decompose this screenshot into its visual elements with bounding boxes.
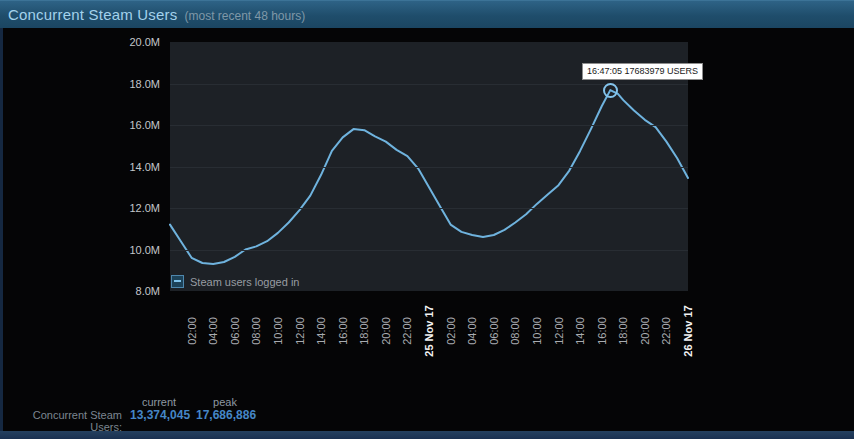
x-axis-tick-label: 14:00 (573, 296, 587, 366)
x-axis-tick-label: 08:00 (508, 296, 522, 366)
y-axis-tick-label: 18.0M (98, 77, 160, 91)
y-axis-tick-label: 20.0M (98, 35, 160, 49)
page-title: Concurrent Steam Users (8, 6, 177, 23)
y-axis-tick-label: 14.0M (98, 160, 160, 174)
x-axis-tick-label: 04:00 (465, 296, 479, 366)
panel-header: Concurrent Steam Users (most recent 48 h… (0, 0, 854, 28)
x-axis-tick-label: 16:00 (336, 296, 350, 366)
stats-value-row: Concurrent Steam Users: 13,374,045 17,68… (0, 408, 400, 433)
x-axis-tick-label: 14:00 (314, 296, 328, 366)
legend-label: Steam users logged in (190, 276, 299, 288)
y-axis-tick-label: 12.0M (98, 201, 160, 215)
steam-stats-panel: Concurrent Steam Users (most recent 48 h… (0, 0, 854, 439)
current-users-value: 13,374,045 (130, 408, 188, 422)
left-edge-border (0, 27, 3, 439)
gridline (170, 167, 688, 168)
gridline (170, 250, 688, 251)
gridline (170, 125, 688, 126)
x-axis-date-label: 25 Nov 17 (422, 296, 436, 366)
stats-header-row: current peak (0, 396, 400, 408)
x-axis-tick-label: 10:00 (271, 296, 285, 366)
x-axis-tick-label: 20:00 (379, 296, 393, 366)
stats-table: current peak Concurrent Steam Users: 13,… (0, 396, 400, 433)
page-subtitle: (most recent 48 hours) (184, 7, 305, 23)
gridline (170, 208, 688, 209)
x-axis-tick-label: 20:00 (638, 296, 652, 366)
stats-row-label: Concurrent Steam Users: (0, 409, 122, 433)
x-axis-tick-label: 06:00 (228, 296, 242, 366)
legend: Steam users logged in (171, 275, 299, 288)
x-axis-tick-label: 12:00 (552, 296, 566, 366)
stats-col-current: current (130, 396, 188, 408)
x-axis-tick-label: 18:00 (616, 296, 630, 366)
chart-tooltip: 16:47:05 17683979 USERS (582, 63, 703, 80)
x-axis-tick-label: 16:00 (595, 296, 609, 366)
x-axis-tick-label: 06:00 (487, 296, 501, 366)
y-axis-tick-label: 16.0M (98, 118, 160, 132)
x-axis-tick-label: 04:00 (206, 296, 220, 366)
y-axis-tick-label: 8.0M (98, 284, 160, 298)
y-axis-tick-label: 10.0M (98, 243, 160, 257)
x-axis-tick-label: 08:00 (249, 296, 263, 366)
x-axis-tick-label: 12:00 (293, 296, 307, 366)
x-axis-tick-label: 22:00 (659, 296, 673, 366)
x-axis-tick-label: 02:00 (185, 296, 199, 366)
x-axis-tick-label: 02:00 (444, 296, 458, 366)
line-series-swatch-icon (171, 275, 184, 288)
x-axis-tick-label: 18:00 (357, 296, 371, 366)
peak-users-value: 17,686,886 (196, 408, 254, 422)
x-axis-date-label: 26 Nov 17 (681, 296, 695, 366)
x-axis-tick-label: 10:00 (530, 296, 544, 366)
stats-col-peak: peak (196, 396, 254, 408)
x-axis-tick-label: 22:00 (400, 296, 414, 366)
steam-users-line (170, 90, 688, 264)
